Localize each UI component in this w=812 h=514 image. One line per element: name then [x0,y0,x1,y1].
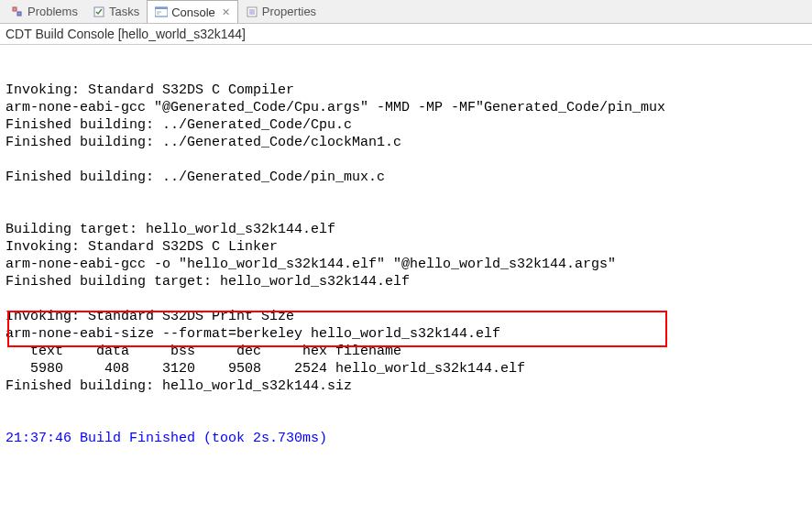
console-line [5,290,807,308]
console-line [5,151,807,169]
svg-rect-0 [13,7,16,11]
console-line: Invoking: Standard S32DS C Compiler [5,82,807,99]
properties-icon [246,5,258,18]
console-line [5,203,807,221]
tab-console[interactable]: Console ✕ [147,0,238,23]
svg-rect-4 [155,7,168,9]
console-line: text data bss dec hex filename [5,343,807,360]
console-line [5,395,807,412]
console-line: arm-none-eabi-size --format=berkeley hel… [5,325,807,343]
console-line: Invoking: Standard S32DS C Linker [5,238,807,256]
console-line: Building target: hello_world_s32k144.elf [5,221,807,238]
console-line: arm-none-eabi-gcc "@Generated_Code/Cpu.a… [5,99,807,116]
console-line [5,186,807,203]
console-line: Finished building: ../Generated_Code/clo… [5,134,807,151]
console-subtitle: CDT Build Console [hello_world_s32k144] [0,24,812,45]
tab-properties[interactable]: Properties [238,0,324,23]
console-line [5,412,807,430]
console-icon [155,5,168,18]
tasks-icon [93,5,105,18]
console-line: Finished building: hello_world_s32k144.s… [5,377,807,395]
problems-icon [11,5,24,18]
console-line: Invoking: Standard S32DS Print Size [5,308,807,325]
console-line: arm-none-eabi-gcc -o "hello_world_s32k14… [5,256,807,273]
tab-label: Properties [262,5,316,18]
view-tab-bar: Problems Tasks Console ✕ Properties [0,0,812,24]
tab-label: Problems [27,5,78,18]
tab-problems[interactable]: Problems [4,0,85,23]
console-line: Finished building: ../Generated_Code/pin… [5,169,807,186]
tab-label: Tasks [109,5,139,18]
console-line: Finished building target: hello_world_s3… [5,273,807,290]
svg-rect-1 [17,12,21,16]
tab-label: Console [171,5,215,19]
tab-tasks[interactable]: Tasks [85,0,147,23]
console-line: 21:37:46 Build Finished (took 2s.730ms) [5,430,807,447]
console-line: 5980 408 3120 9508 2524 hello_world_s32k… [5,360,807,377]
close-icon[interactable]: ✕ [222,6,230,18]
console-line: Finished building: ../Generated_Code/Cpu… [5,116,807,134]
console-output[interactable]: Invoking: Standard S32DS C Compilerarm-n… [0,45,812,449]
